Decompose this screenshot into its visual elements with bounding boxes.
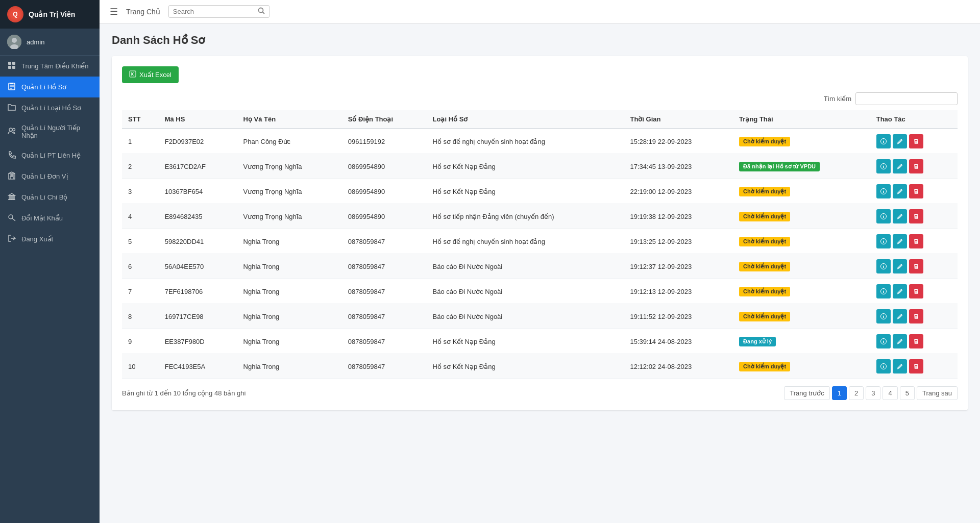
edit-button[interactable]: [893, 309, 907, 323]
sidebar-item-doi-mat-khau[interactable]: Đổi Mật Khẩu: [0, 208, 100, 229]
cell-loai-hs: Hồ sơ Kết Nạp Đảng: [427, 354, 624, 379]
grid-icon: [7, 61, 16, 71]
info-button[interactable]: [876, 284, 891, 298]
info-button[interactable]: [876, 134, 891, 148]
action-buttons: [876, 159, 951, 173]
col-stt: STT: [122, 110, 159, 129]
edit-button[interactable]: [893, 334, 907, 348]
edit-button[interactable]: [893, 284, 907, 298]
delete-button[interactable]: [909, 359, 923, 373]
cell-sdt: 0961159192: [342, 129, 427, 154]
cell-loai-hs: Báo cáo Đi Nước Ngoài: [427, 254, 624, 279]
cell-stt: 7: [122, 279, 159, 304]
edit-button[interactable]: [893, 359, 907, 373]
info-button[interactable]: [876, 334, 891, 348]
sidebar-item-quan-li-nguoi-tiep-nhan[interactable]: Quản Lí Người Tiếp Nhận: [0, 118, 100, 145]
cell-thoi-gian: 19:11:52 12-09-2023: [624, 304, 733, 329]
cell-stt: 5: [122, 229, 159, 254]
cell-thao-tac: [870, 329, 958, 354]
sidebar-username: admin: [27, 38, 44, 46]
delete-button[interactable]: [909, 284, 923, 298]
delete-button[interactable]: [909, 209, 923, 223]
sidebar-header: Q Quản Trị Viên: [0, 0, 100, 29]
cell-ma-hs: E3617CD2AF: [159, 154, 237, 179]
info-button[interactable]: [876, 309, 891, 323]
info-button[interactable]: [876, 159, 891, 173]
col-ho-ten: Họ Và Tên: [237, 110, 342, 129]
sidebar-title: Quản Trị Viên: [29, 10, 75, 18]
cell-loai-hs: Hồ sơ đề nghị chuyển sinh hoạt đảng: [427, 229, 624, 254]
sidebar-item-trung-tam[interactable]: Trung Tâm Điều Khiển: [0, 56, 100, 77]
cell-sdt: 0869954890: [342, 179, 427, 204]
prev-page-button[interactable]: Trang trước: [784, 386, 830, 400]
page-3-button[interactable]: 3: [866, 386, 880, 400]
cell-ho-ten: Nghia Trong: [237, 254, 342, 279]
search-input[interactable]: [173, 8, 255, 15]
info-button[interactable]: [876, 359, 891, 373]
sidebar-item-quan-li-ho-so[interactable]: Quản Lí Hồ Sơ: [0, 77, 100, 97]
sidebar-item-quan-li-loai-ho-so[interactable]: Quản Lí Loại Hồ Sơ: [0, 97, 100, 118]
sidebar-item-quan-li-don-vi[interactable]: Quản Lí Đơn Vị: [0, 166, 100, 187]
svg-line-24: [262, 12, 264, 14]
menu-toggle-icon[interactable]: ☰: [110, 6, 118, 17]
svg-point-22: [9, 215, 13, 219]
cell-trang-thai: Chờ kiểm duyệt: [733, 179, 870, 204]
action-buttons: [876, 309, 951, 323]
search-icon: [258, 7, 265, 16]
edit-button[interactable]: [893, 184, 907, 198]
status-badge: Chờ kiểm duyệt: [739, 262, 790, 271]
page-4-button[interactable]: 4: [883, 386, 897, 400]
sidebar-item-label: Quản Lí Hồ Sơ: [21, 83, 66, 91]
page-2-button[interactable]: 2: [849, 386, 864, 400]
export-excel-button[interactable]: Xuất Excel: [122, 66, 179, 83]
page-1-button[interactable]: 1: [832, 386, 847, 400]
edit-button[interactable]: [893, 159, 907, 173]
cell-ho-ten: Vương Trọng Nghĩa: [237, 154, 342, 179]
cell-ho-ten: Nghia Trong: [237, 304, 342, 329]
svg-point-3: [12, 38, 17, 43]
table-search-input[interactable]: [855, 92, 958, 105]
col-ma-hs: Mã HS: [159, 110, 237, 129]
edit-button[interactable]: [893, 134, 907, 148]
status-badge: Đã nhận lại Hồ sơ từ VPDU: [739, 162, 820, 171]
delete-button[interactable]: [909, 184, 923, 198]
cell-ho-ten: Nghia Trong: [237, 279, 342, 304]
cell-thao-tac: [870, 304, 958, 329]
info-button[interactable]: [876, 259, 891, 273]
sidebar-menu: Trung Tâm Điều Khiển Quản Lí Hồ Sơ Quản …: [0, 56, 100, 523]
sidebar-item-quan-li-pt-lien-he[interactable]: Quản Lí PT Liên Hệ: [0, 145, 100, 166]
cell-thoi-gian: 12:12:02 24-08-2023: [624, 354, 733, 379]
cell-trang-thai: Chờ kiểm duyệt: [733, 279, 870, 304]
content: Danh Sách Hồ Sơ Xuất Excel Tìm kiếm STT …: [100, 23, 980, 523]
sidebar-item-quan-li-chi-bo[interactable]: Quản Lí Chi Bộ: [0, 187, 100, 208]
cell-thao-tac: [870, 179, 958, 204]
delete-button[interactable]: [909, 159, 923, 173]
cell-sdt: 0878059847: [342, 354, 427, 379]
page-5-button[interactable]: 5: [900, 386, 915, 400]
info-button[interactable]: [876, 184, 891, 198]
topbar: ☰ Trang Chủ: [100, 0, 980, 23]
cell-thao-tac: [870, 129, 958, 154]
edit-button[interactable]: [893, 259, 907, 273]
table-row: 7 7EF6198706 Nghia Trong 0878059847 Báo …: [122, 279, 958, 304]
delete-button[interactable]: [909, 234, 923, 248]
svg-rect-17: [11, 175, 12, 176]
delete-button[interactable]: [909, 334, 923, 348]
cell-loai-hs: Báo cáo Đi Nước Ngoài: [427, 304, 624, 329]
edit-button[interactable]: [893, 234, 907, 248]
col-trang-thai: Trạng Thái: [733, 110, 870, 129]
delete-button[interactable]: [909, 259, 923, 273]
status-badge: Đang xử lý: [739, 337, 776, 346]
status-badge: Chờ kiểm duyệt: [739, 212, 790, 221]
cell-loai-hs: Hồ sơ đề nghị chuyển sinh hoạt đảng: [427, 129, 624, 154]
delete-button[interactable]: [909, 134, 923, 148]
cell-thoi-gian: 19:12:37 12-09-2023: [624, 254, 733, 279]
sidebar-item-dang-xuat[interactable]: Đăng Xuất: [0, 229, 100, 250]
delete-button[interactable]: [909, 309, 923, 323]
info-button[interactable]: [876, 209, 891, 223]
cell-stt: 2: [122, 154, 159, 179]
edit-button[interactable]: [893, 209, 907, 223]
cell-thao-tac: [870, 354, 958, 379]
info-button[interactable]: [876, 234, 891, 248]
next-page-button[interactable]: Trang sau: [917, 386, 958, 400]
